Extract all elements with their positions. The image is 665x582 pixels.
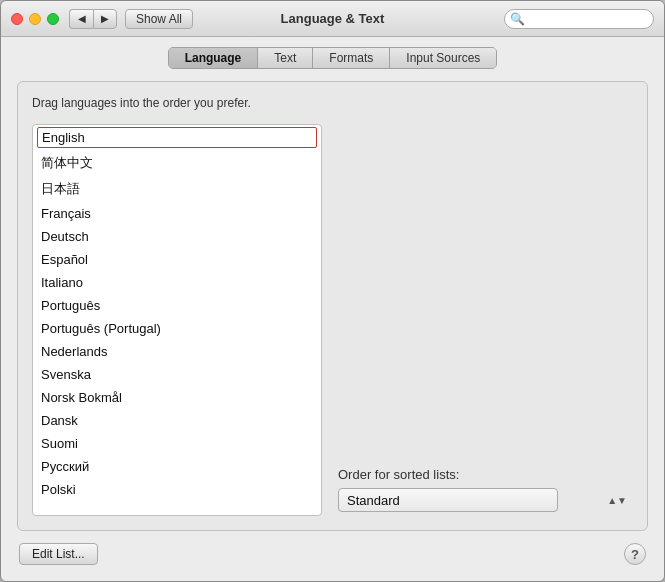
language-item-spanish[interactable]: Español <box>33 248 321 271</box>
language-item-japanese[interactable]: 日本語 <box>33 176 321 202</box>
window: ◀ ▶ Show All Language & Text 🔍 Language … <box>0 0 665 582</box>
language-item-finnish[interactable]: Suomi <box>33 432 321 455</box>
sort-label: Order for sorted lists: <box>338 467 633 482</box>
sort-select[interactable]: Standard Phonebook Traditional <box>338 488 558 512</box>
language-item-italian[interactable]: Italiano <box>33 271 321 294</box>
minimize-button[interactable] <box>29 13 41 25</box>
traffic-lights <box>11 13 59 25</box>
panel-body: English 简体中文 日本語 Français Deutsch Españo… <box>32 124 633 516</box>
language-item-dutch[interactable]: Nederlands <box>33 340 321 363</box>
tab-input-sources[interactable]: Input Sources <box>390 48 496 68</box>
forward-button[interactable]: ▶ <box>93 9 117 29</box>
maximize-button[interactable] <box>47 13 59 25</box>
language-item-portuguese-pt[interactable]: Português (Portugal) <box>33 317 321 340</box>
language-item-portuguese[interactable]: Português <box>33 294 321 317</box>
titlebar: ◀ ▶ Show All Language & Text 🔍 <box>1 1 664 37</box>
bottom-bar: Edit List... ? <box>17 543 648 565</box>
language-item-russian[interactable]: Русский <box>33 455 321 478</box>
window-title: Language & Text <box>281 11 385 26</box>
close-button[interactable] <box>11 13 23 25</box>
language-item-english[interactable]: English <box>37 127 317 148</box>
search-icon: 🔍 <box>510 12 525 26</box>
language-item-german[interactable]: Deutsch <box>33 225 321 248</box>
search-box: 🔍 <box>504 9 654 29</box>
tab-bar: Language Text Formats Input Sources <box>17 47 648 69</box>
search-input[interactable] <box>504 9 654 29</box>
nav-buttons: ◀ ▶ <box>69 9 117 29</box>
content-area: Language Text Formats Input Sources Drag… <box>1 37 664 581</box>
drag-hint: Drag languages into the order you prefer… <box>32 96 633 110</box>
right-panel: Order for sorted lists: Standard Phonebo… <box>338 124 633 516</box>
language-item-danish[interactable]: Dansk <box>33 409 321 432</box>
help-button[interactable]: ? <box>624 543 646 565</box>
edit-list-button[interactable]: Edit List... <box>19 543 98 565</box>
back-button[interactable]: ◀ <box>69 9 93 29</box>
language-list: English 简体中文 日本語 Français Deutsch Españo… <box>33 125 321 515</box>
tab-formats[interactable]: Formats <box>313 48 390 68</box>
tab-text[interactable]: Text <box>258 48 313 68</box>
tab-language[interactable]: Language <box>169 48 259 68</box>
tab-group: Language Text Formats Input Sources <box>168 47 498 69</box>
language-item-swedish[interactable]: Svenska <box>33 363 321 386</box>
language-item-polish[interactable]: Polski <box>33 478 321 501</box>
main-panel: Drag languages into the order you prefer… <box>17 81 648 531</box>
show-all-button[interactable]: Show All <box>125 9 193 29</box>
language-item-chinese[interactable]: 简体中文 <box>33 150 321 176</box>
sort-select-wrapper: Standard Phonebook Traditional ▲▼ <box>338 488 633 512</box>
language-item-french[interactable]: Français <box>33 202 321 225</box>
language-list-container: English 简体中文 日本語 Français Deutsch Españo… <box>32 124 322 516</box>
select-arrow-icon: ▲▼ <box>607 495 627 506</box>
language-item-norwegian[interactable]: Norsk Bokmål <box>33 386 321 409</box>
